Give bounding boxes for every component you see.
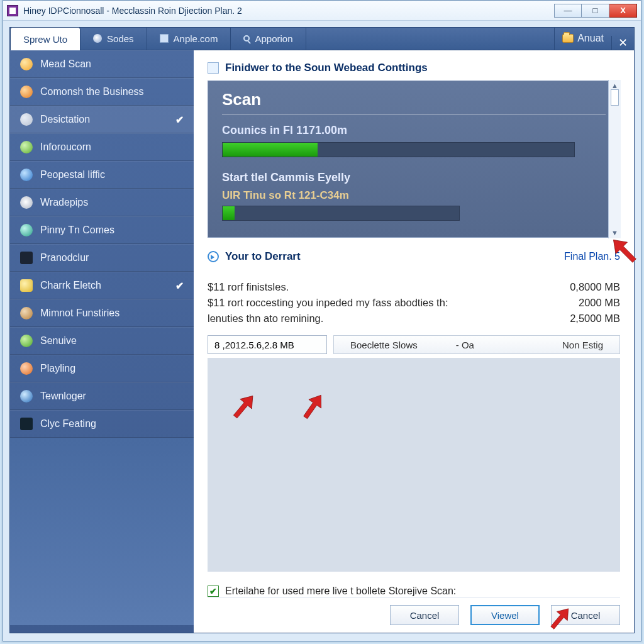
tabstrip: Sprew Uto Sodes Anple.com Apporion Anuat… bbox=[9, 27, 635, 50]
detail-value: 2,5000 MB bbox=[570, 313, 620, 325]
detail-row: $11 rorf finistsles. 0,8000 MB bbox=[208, 279, 620, 295]
sidebar-item-label: Mimnot Funstiries bbox=[40, 308, 119, 319]
cancel-button-2[interactable]: Cancel bbox=[551, 605, 620, 625]
globe-icon bbox=[20, 58, 33, 70]
scrollbar[interactable]: ▲ ▼ bbox=[608, 80, 621, 238]
sidebar-item-label: Charrk Eletch bbox=[40, 280, 101, 291]
diamond-icon bbox=[20, 362, 33, 375]
button-label: Cancel bbox=[410, 610, 440, 621]
flag-icon bbox=[20, 418, 33, 430]
mode-combo[interactable]: Boeclette Slows - Oa Non Estig bbox=[333, 335, 620, 354]
sidebar-item-desictation[interactable]: Desictation ✔ bbox=[10, 106, 194, 133]
tab-apporion[interactable]: Apporion bbox=[231, 27, 306, 50]
window-icon bbox=[208, 62, 219, 74]
sidebar-item-label: Desictation bbox=[40, 114, 90, 125]
person-icon bbox=[20, 390, 33, 402]
scan-card: ▲ ▼ Scan Counics in Fl 1171.00m bbox=[208, 80, 620, 238]
close-button[interactable]: X bbox=[609, 4, 637, 18]
checkbox-row: ✔ Erteilahe for used mere live t bollete… bbox=[208, 586, 620, 597]
sheet-icon bbox=[160, 34, 169, 43]
sidebar-item-label: Playling bbox=[40, 363, 75, 374]
scan-subline-2: UIR Tinu so Rt 121-C34m bbox=[222, 189, 606, 202]
hammer-icon bbox=[20, 307, 33, 319]
detail-label: $11 rort roccesting you inpeded my fass … bbox=[208, 297, 448, 309]
sidebar-item-label: Mead Scan bbox=[40, 58, 91, 70]
maximize-button[interactable]: □ bbox=[582, 4, 609, 18]
leaf-icon bbox=[20, 335, 33, 347]
minimize-button[interactable]: — bbox=[554, 4, 582, 18]
detail-label: lenuties thn ato remining. bbox=[208, 313, 323, 325]
button-label: Viewel bbox=[491, 610, 519, 621]
search-icon bbox=[243, 35, 250, 42]
detail-label: $11 rorf finistsles. bbox=[208, 281, 289, 293]
checkbox[interactable]: ✔ bbox=[208, 586, 219, 597]
button-label: Cancel bbox=[571, 610, 601, 621]
cancel-button[interactable]: Cancel bbox=[390, 605, 459, 625]
scan-subhead-2: Start tlel Cammis Eyelly bbox=[222, 171, 606, 184]
sidebar: Mead Scan Comonsh the Business Desictati… bbox=[10, 50, 194, 633]
sidebar-item-mead-scan[interactable]: Mead Scan bbox=[10, 50, 194, 78]
sidebar-item-label: Tewnloger bbox=[40, 391, 86, 402]
progress-bar-1 bbox=[222, 142, 575, 157]
sidebar-item-comonsh[interactable]: Comonsh the Business bbox=[10, 78, 194, 106]
scan-heading: Scan bbox=[222, 90, 606, 109]
detail-row: lenuties thn ato remining. 2,5000 MB bbox=[208, 311, 620, 326]
sprout-icon bbox=[20, 141, 33, 153]
sidebar-item-label: Peopestal liffic bbox=[40, 169, 105, 180]
tab-sodes[interactable]: Sodes bbox=[80, 27, 147, 50]
app-body: Mead Scan Comonsh the Business Desictati… bbox=[9, 50, 635, 633]
sidebar-item-charrk[interactable]: Charrk Eletch ✔ bbox=[10, 272, 194, 299]
progress-bar-2 bbox=[222, 206, 460, 221]
bug-icon bbox=[20, 113, 33, 126]
sidebar-item-clycfeating[interactable]: Clyc Feating bbox=[10, 410, 194, 438]
sidebar-item-inforoucorn[interactable]: Inforoucorn bbox=[10, 133, 194, 161]
sidebar-item-label: Pinny Tn Comes bbox=[40, 225, 114, 236]
tab-label: Anple.com bbox=[174, 33, 218, 44]
main-panel: Finidwer to the Soun Webead Conttings ▲ … bbox=[194, 50, 634, 633]
sidebar-item-playling[interactable]: Playling bbox=[10, 355, 194, 382]
combo-right: Non Estig bbox=[562, 340, 603, 350]
window-title: Hiney IDPCionnosall - Mecclassin Roin Dj… bbox=[23, 6, 242, 16]
ring-icon bbox=[20, 196, 33, 209]
tab-sprew-uto[interactable]: Sprew Uto bbox=[10, 27, 80, 50]
scroll-down-icon[interactable]: ▼ bbox=[611, 229, 618, 236]
box-icon bbox=[20, 279, 33, 292]
section-title: Finidwer to the Soun Webead Conttings bbox=[225, 62, 428, 74]
sidebar-item-tewnloger[interactable]: Tewnloger bbox=[10, 382, 194, 410]
anuat-label: Anuat bbox=[577, 33, 604, 44]
section-title: Your to Derrart bbox=[225, 250, 301, 263]
gem-icon bbox=[20, 224, 33, 236]
folder-icon bbox=[562, 34, 574, 43]
refresh-icon bbox=[208, 251, 219, 262]
monitor-icon bbox=[20, 252, 33, 264]
check-icon: ✔ bbox=[175, 114, 184, 126]
sidebar-item-pranodclur[interactable]: Pranodclur bbox=[10, 244, 194, 272]
progress-fill-1 bbox=[223, 143, 318, 157]
controls-row: 8 ,2012.5.6,2.8 MB Boeclette Slows - Oa … bbox=[208, 335, 620, 354]
sidebar-item-peopestal[interactable]: Peopestal liffic bbox=[10, 161, 194, 189]
check-icon: ✔ bbox=[175, 280, 184, 292]
app-window: Hiney IDPCionnosall - Mecclassin Roin Dj… bbox=[3, 0, 641, 641]
tabstrip-close-button[interactable]: ✕ bbox=[611, 36, 634, 50]
view-button[interactable]: Viewel bbox=[470, 605, 540, 625]
sidebar-item-pinny[interactable]: Pinny Tn Comes bbox=[10, 216, 194, 244]
sidebar-item-wradepips[interactable]: Wradepips bbox=[10, 189, 194, 216]
tab-label: Sprew Uto bbox=[23, 34, 67, 45]
window-controls: — □ X bbox=[554, 4, 637, 18]
scroll-thumb[interactable] bbox=[611, 89, 619, 106]
app-icon bbox=[7, 5, 18, 16]
scroll-up-icon[interactable]: ▲ bbox=[611, 82, 618, 89]
size-field-value: 8 ,2012.5.6,2.8 MB bbox=[214, 340, 294, 350]
sidebar-item-label: Pranodclur bbox=[40, 252, 89, 264]
final-plan-link[interactable]: Final Plan. 5 bbox=[564, 251, 620, 262]
anuat-button[interactable]: Anuat bbox=[554, 27, 611, 50]
sidebar-item-mimnot[interactable]: Mimnot Funstiries bbox=[10, 299, 194, 327]
pin-icon bbox=[93, 34, 102, 43]
detail-value: 0,8000 MB bbox=[570, 281, 620, 293]
sidebar-item-senuive[interactable]: Senuive bbox=[10, 327, 194, 355]
tab-anple[interactable]: Anple.com bbox=[147, 27, 231, 50]
size-field[interactable]: 8 ,2012.5.6,2.8 MB bbox=[208, 335, 327, 354]
sidebar-item-label: Wradepips bbox=[40, 197, 88, 208]
sidebar-item-label: Comonsh the Business bbox=[40, 86, 144, 97]
detail-row: $11 rort roccesting you inpeded my fass … bbox=[208, 295, 620, 311]
